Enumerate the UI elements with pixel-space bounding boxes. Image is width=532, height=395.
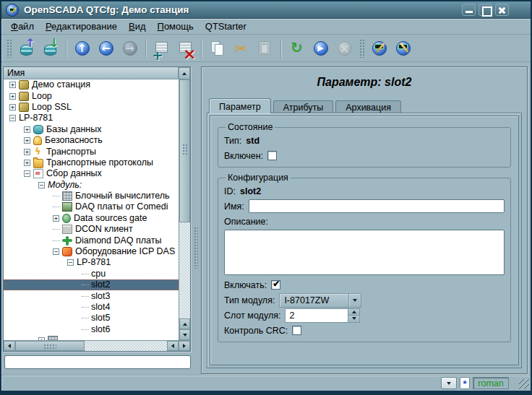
tree-item[interactable]: −Сбор данных (4, 168, 179, 179)
tree-item[interactable]: +Транспорты (4, 146, 179, 157)
tree-item[interactable]: +Демо станция (4, 79, 179, 90)
enabled-checkbox[interactable] (267, 151, 277, 160)
tree-item[interactable]: +Loop (4, 90, 179, 101)
minimize-button[interactable] (462, 4, 476, 16)
expand-icon[interactable]: + (24, 149, 30, 155)
refresh-button[interactable] (285, 37, 309, 60)
nav-back-button[interactable] (94, 37, 118, 60)
db-down-icon (41, 39, 60, 58)
expand-icon[interactable]: + (24, 126, 30, 133)
vertical-scrollbar-thumb[interactable] (179, 79, 190, 222)
openscada-app-icon (6, 4, 19, 17)
tree-header-label: Имя (7, 68, 25, 78)
tree-filter-input[interactable] (4, 355, 191, 369)
tree-item[interactable]: slot2 (4, 279, 179, 290)
tree-item[interactable]: +Безопасность (4, 135, 179, 146)
toolbar-handle[interactable] (359, 39, 364, 58)
expand-icon[interactable]: + (9, 93, 16, 100)
cut-item-button[interactable] (229, 37, 253, 60)
delete-item-button[interactable] (173, 37, 197, 60)
start-periodic-update-button[interactable] (309, 37, 332, 60)
collapse-icon[interactable]: − (67, 259, 74, 266)
tree-item-label: slot3 (91, 291, 110, 302)
tree-item[interactable]: slot3 (4, 290, 179, 301)
scroll-up-button-bottom[interactable] (179, 318, 190, 329)
copy-item-button[interactable] (205, 37, 229, 60)
toolbar-handle[interactable] (7, 39, 12, 58)
collapse-icon[interactable]: − (38, 182, 45, 188)
tree-item[interactable]: + (4, 335, 179, 340)
collapse-icon[interactable]: − (53, 248, 59, 255)
tab-attributes[interactable]: Атрибуты (273, 100, 334, 113)
title-bar[interactable]: OpenSCADA QTCfg: Демо станция (1, 1, 531, 19)
module-slot-label: Слот модуля: (224, 311, 280, 321)
tree-item[interactable]: +Data sources gate (4, 213, 179, 224)
name-input[interactable] (249, 199, 505, 213)
menu-item-view[interactable]: Вид (123, 19, 152, 33)
expand-icon[interactable]: + (24, 160, 30, 166)
nav-up-button[interactable] (70, 37, 94, 60)
description-textarea[interactable] (224, 230, 505, 275)
collapse-icon[interactable]: − (24, 170, 30, 177)
tab-parameter[interactable]: Параметр (209, 98, 271, 113)
module-type-combobox[interactable]: I-87017ZW (279, 293, 361, 308)
folder-icon (33, 159, 43, 168)
lightning-icon (33, 147, 43, 157)
tree-item[interactable]: −Оборудование ICP DAS (4, 246, 179, 257)
crc-checkbox[interactable] (292, 326, 301, 335)
tree-item[interactable]: Блочный вычислитель (4, 191, 179, 201)
horizontal-scrollbar-thumb[interactable] (15, 341, 85, 351)
tree-item[interactable]: +Транспортные протоколы (4, 157, 179, 168)
tree-item[interactable]: −Модуль: (4, 180, 179, 191)
combo-arrow-button[interactable] (348, 294, 361, 307)
tree-item[interactable]: −LP-8781 (4, 257, 179, 268)
expand-icon[interactable]: + (24, 137, 30, 144)
tree-item[interactable]: +Loop SSL (4, 102, 179, 113)
statusbar-dropdown-button[interactable] (441, 377, 457, 389)
tree-item-label: Демо станция (32, 79, 90, 90)
scroll-right-button[interactable] (179, 341, 190, 351)
module-slot-spinbox[interactable]: 2 (285, 308, 360, 323)
load-from-db-button[interactable] (14, 37, 38, 60)
menu-item-file[interactable]: Файл (5, 19, 40, 33)
tree-item[interactable]: slot4 (4, 302, 179, 313)
horizontal-scrollbar[interactable] (4, 340, 190, 351)
expand-icon[interactable]: + (53, 215, 59, 222)
scroll-up-button[interactable] (179, 67, 190, 79)
tree-header[interactable]: Имя (4, 67, 179, 79)
scroll-left-button-right[interactable] (167, 341, 179, 351)
tree-item[interactable]: −LP-8781 (4, 113, 179, 123)
tab-archiving[interactable]: Архивация (335, 100, 401, 113)
qtcfg-starter-button[interactable] (367, 37, 391, 60)
expand-icon[interactable]: + (9, 104, 16, 110)
menu-item-qtstarter[interactable]: QTStarter (200, 19, 252, 33)
tree-item[interactable]: DCON клиент (4, 224, 179, 235)
tree-item[interactable]: slot6 (4, 324, 179, 335)
vertical-scrollbar[interactable] (179, 79, 190, 340)
menu-item-edit[interactable]: Редактирование (40, 19, 123, 33)
collapse-icon[interactable]: − (9, 115, 16, 121)
scroll-down-button[interactable] (179, 329, 190, 340)
tree-item[interactable]: +Базы данных (4, 124, 179, 135)
tree-item[interactable]: Diamond DAQ платы (4, 235, 179, 246)
resize-grip[interactable] (519, 379, 529, 389)
add-item-button[interactable] (150, 37, 173, 60)
spin-down-button[interactable] (348, 316, 359, 322)
save-to-db-button[interactable] (38, 37, 62, 60)
type-value: std (246, 136, 259, 146)
tree-item-label: Блочный вычислитель (75, 191, 170, 201)
tree-item[interactable]: DAQ платы от Comedi (4, 201, 179, 212)
panel-splitter[interactable] (192, 66, 200, 374)
vision-starter-button[interactable] (391, 37, 415, 60)
expand-icon[interactable]: + (9, 82, 16, 88)
to-enable-checkbox[interactable] (271, 280, 280, 290)
statusbar-modified-button[interactable]: * (460, 377, 470, 389)
scroll-left-button[interactable] (4, 341, 15, 351)
spin-up-button[interactable] (348, 309, 359, 316)
tree-item[interactable]: slot5 (4, 313, 179, 324)
close-button[interactable] (495, 4, 509, 16)
menu-item-help[interactable]: Помощь (152, 19, 200, 33)
tree-item[interactable]: cpu (4, 269, 179, 279)
maximize-button[interactable] (479, 4, 492, 16)
tree-item-label: Diamond DAQ платы (75, 235, 162, 246)
